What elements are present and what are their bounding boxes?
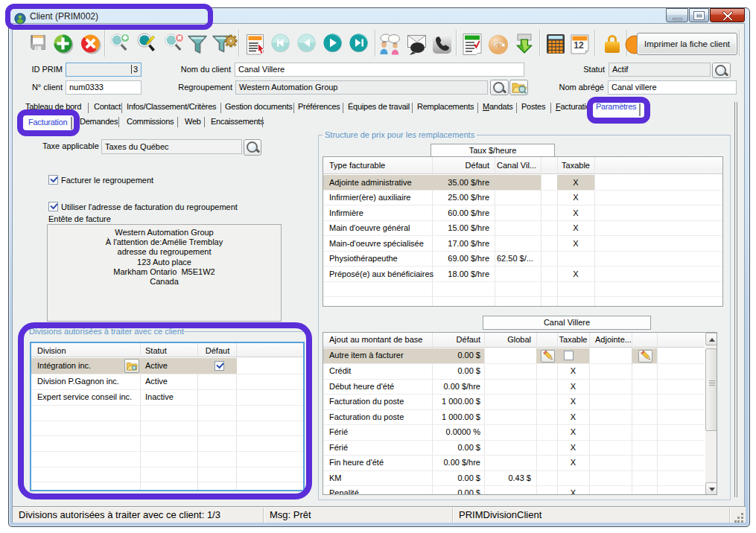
- svg-text:12: 12: [574, 40, 584, 51]
